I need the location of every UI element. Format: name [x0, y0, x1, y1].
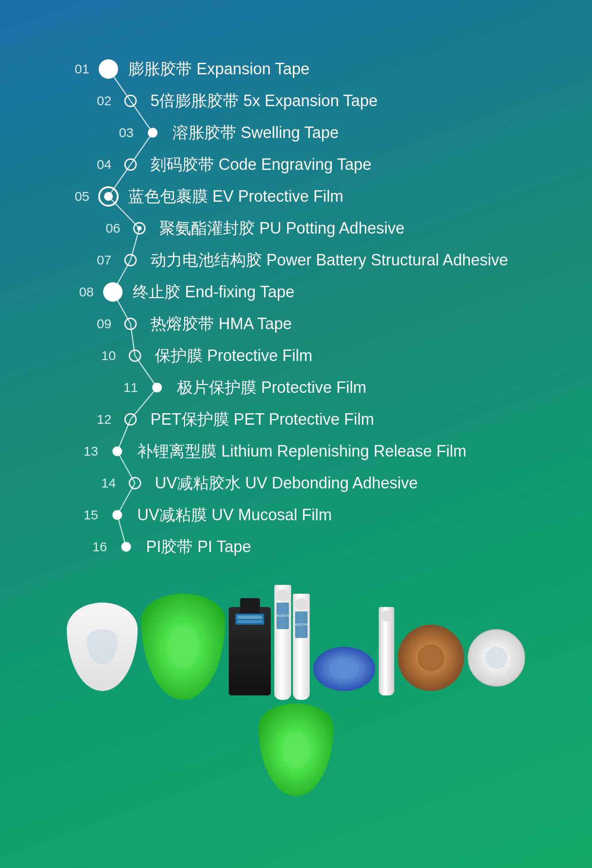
timeline-item-10: 10保护膜 Protective Film	[35, 340, 557, 372]
item-text-10: 保护膜 Protective Film	[155, 345, 312, 367]
product-dark-jar	[229, 598, 271, 695]
item-text-4: 刻码胶带 Code Engraving Tape	[150, 154, 372, 176]
item-text-2: 5倍膨胀胶带 5x Expansion Tape	[150, 90, 378, 112]
item-text-9: 热熔胶带 HMA Tape	[150, 313, 292, 335]
item-text-6: 聚氨酯灌封胶 PU Potting Adhesive	[159, 217, 404, 239]
dot-container-13	[106, 446, 128, 456]
timeline-item-1: 01膨胀胶带 Expansion Tape	[35, 53, 557, 85]
dot-10	[129, 350, 141, 362]
item-number-5: 05	[35, 189, 97, 204]
timeline-item-7: 07动力电池结构胶 Power Battery Structural Adhes…	[35, 244, 557, 276]
item-number-8: 08	[35, 284, 102, 300]
product-brown-tape	[398, 625, 464, 691]
product-green-tape-lg	[141, 594, 225, 700]
item-number-13: 13	[35, 444, 106, 459]
dot-container-8	[102, 282, 124, 302]
item-text-7: 动力电池结构胶 Power Battery Structural Adhesiv…	[150, 249, 508, 271]
dot-1	[99, 59, 118, 79]
timeline-item-13: 13补锂离型膜 Lithium Replenishing Release Fil…	[35, 435, 557, 467]
timeline-item-2: 025倍膨胀胶带 5x Expansion Tape	[35, 85, 557, 117]
dot-container-14	[124, 477, 146, 489]
timeline-item-3: 03溶胀胶带 Swelling Tape	[35, 117, 557, 149]
dot-16	[121, 542, 131, 552]
item-text-3: 溶胀胶带 Swelling Tape	[173, 122, 339, 144]
timeline: 01膨胀胶带 Expansion Tape025倍膨胀胶带 5x Expansi…	[35, 53, 557, 563]
timeline-item-11: 11极片保护膜 Protective Film	[35, 372, 557, 403]
timeline-item-12: 12PET保护膜 PET Protective Film	[35, 403, 557, 435]
dot-container-10	[124, 350, 146, 362]
item-number-12: 12	[35, 412, 119, 427]
item-text-1: 膨胀胶带 Expansion Tape	[128, 58, 310, 80]
item-text-8: 终止胶 End-fixing Tape	[133, 281, 295, 303]
page-container: 01膨胀胶带 Expansion Tape025倍膨胀胶带 5x Expansi…	[0, 0, 592, 814]
dot-6	[133, 222, 146, 234]
dot-container-3	[142, 128, 164, 138]
dot-container-4	[119, 158, 142, 171]
dot-container-9	[119, 318, 142, 330]
timeline-item-9: 09热熔胶带 HMA Tape	[35, 308, 557, 340]
item-number-15: 15	[35, 507, 106, 522]
product-syringe-sm	[379, 607, 394, 695]
dot-3	[148, 128, 158, 138]
dot-container-12	[119, 413, 142, 426]
dot-8	[103, 282, 123, 302]
item-number-6: 06	[35, 221, 128, 236]
item-number-2: 02	[35, 93, 119, 108]
dot-container-5	[97, 186, 119, 207]
dot-9	[124, 318, 137, 330]
dot-7	[124, 254, 137, 266]
dot-container-11	[146, 383, 168, 392]
dot-container-6	[128, 222, 150, 234]
item-number-3: 03	[35, 125, 142, 140]
dot-container-15	[106, 510, 128, 520]
item-text-11: 极片保护膜 Protective Film	[177, 376, 366, 399]
item-number-7: 07	[35, 253, 119, 268]
timeline-item-6: 06聚氨酯灌封胶 PU Potting Adhesive	[35, 212, 557, 244]
item-number-14: 14	[35, 476, 124, 491]
dot-container-2	[119, 95, 142, 107]
item-text-13: 补锂离型膜 Lithium Replenishing Release Film	[137, 440, 466, 462]
products-section: AOZON AOZON	[35, 585, 557, 796]
timeline-item-15: 15UV减粘膜 UV Mucosal Film	[35, 499, 557, 531]
dot-15	[112, 510, 122, 520]
item-text-12: PET保护膜 PET Protective Film	[150, 408, 374, 430]
timeline-item-8: 08终止胶 End-fixing Tape	[35, 276, 557, 308]
dot-2	[124, 95, 137, 107]
dot-container-1	[97, 59, 119, 79]
timeline-wrapper: 01膨胀胶带 Expansion Tape025倍膨胀胶带 5x Expansi…	[35, 53, 557, 563]
item-text-5: 蓝色包裹膜 EV Protective Film	[128, 185, 343, 207]
timeline-item-5: 05蓝色包裹膜 EV Protective Film	[35, 181, 557, 212]
product-blue-tape	[313, 647, 375, 691]
dot-13	[112, 446, 122, 456]
dot-11	[152, 383, 162, 392]
dot-container-7	[119, 254, 142, 266]
dot-14	[129, 477, 141, 489]
item-text-14: UV减粘胶水 UV Debonding Adhesive	[155, 472, 418, 494]
product-white-tape-sm	[468, 629, 525, 687]
timeline-item-14: 14UV减粘胶水 UV Debonding Adhesive	[35, 467, 557, 499]
timeline-item-4: 04刻码胶带 Code Engraving Tape	[35, 149, 557, 181]
item-number-10: 10	[35, 348, 124, 363]
item-number-9: 09	[35, 316, 119, 331]
item-text-15: UV减粘膜 UV Mucosal Film	[137, 504, 332, 526]
item-number-4: 04	[35, 157, 119, 172]
dot-4	[124, 158, 137, 171]
item-number-11: 11	[35, 380, 146, 395]
item-number-16: 16	[35, 539, 115, 554]
product-white-tape-1	[67, 603, 138, 691]
dot-12	[124, 413, 137, 426]
item-text-16: PI胶带 PI Tape	[146, 536, 251, 558]
timeline-item-16: 16PI胶带 PI Tape	[35, 531, 557, 563]
dot-5	[98, 186, 119, 207]
product-syringes: AOZON AOZON	[274, 585, 310, 700]
dot-container-16	[115, 542, 137, 552]
item-number-1: 01	[35, 61, 97, 77]
product-green-tape-sm	[258, 703, 334, 796]
